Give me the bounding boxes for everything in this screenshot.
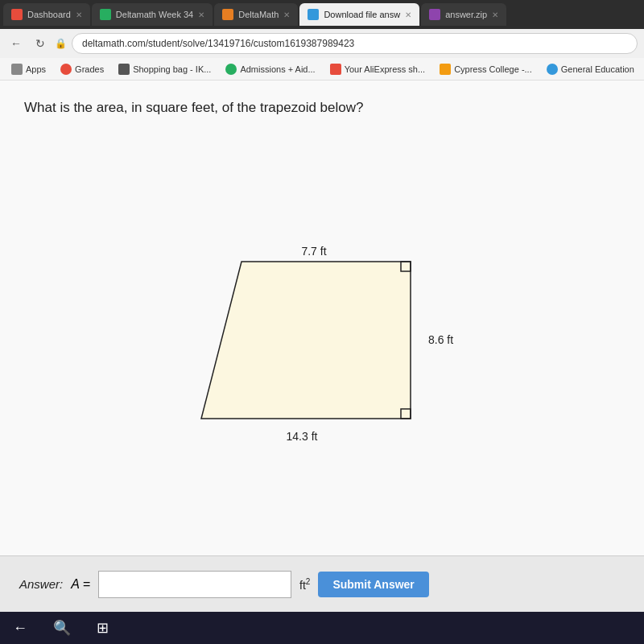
- tab-dashboard-close[interactable]: ✕: [76, 10, 82, 19]
- answer-input[interactable]: [98, 571, 291, 598]
- browser-title-bar: Dashboard ✕ Deltamath Week 34 ✕ DeltaMat…: [0, 0, 644, 29]
- tab-deltamath-week34-close[interactable]: ✕: [198, 10, 204, 19]
- bookmark-cypress-icon: [440, 64, 451, 75]
- trapezoid-svg: 7.7 ft 8.6 ft 14.3 ft: [161, 229, 483, 455]
- tab-deltamath-week34-icon: [100, 9, 111, 20]
- bookmarks-bar: Apps Grades Shopping bag - IK... Admissi…: [0, 58, 644, 80]
- tab-answer-zip-icon: [429, 9, 440, 20]
- bookmark-aliexpress[interactable]: Your AliExpress sh...: [324, 62, 431, 76]
- bookmark-admissions-label: Admissions + Aid...: [240, 64, 315, 74]
- tab-dashboard[interactable]: Dashboard ✕: [3, 3, 90, 26]
- bookmark-general-education-label: General Education: [561, 64, 634, 74]
- bookmark-aliexpress-label: Your AliExpress sh...: [345, 64, 425, 74]
- address-bar-row: ← ↻ 🔒: [0, 29, 644, 58]
- bookmark-grades[interactable]: Grades: [54, 62, 110, 76]
- bookmark-grades-icon: [60, 64, 72, 75]
- svg-text:7.7 ft: 7.7 ft: [301, 245, 326, 258]
- tab-answer-zip-label: answer.zip: [445, 10, 487, 19]
- bookmark-general-education[interactable]: General Education: [540, 62, 641, 76]
- bookmark-shopping-label: Shopping bag - IK...: [133, 64, 211, 74]
- svg-marker-0: [201, 262, 411, 419]
- svg-text:8.6 ft: 8.6 ft: [428, 333, 453, 346]
- bookmark-general-education-icon: [547, 64, 558, 75]
- bookmark-grades-label: Grades: [75, 64, 104, 74]
- answer-bar: Answer: A = ft2 Submit Answer: [0, 555, 644, 612]
- bookmark-apps-label: Apps: [26, 64, 46, 74]
- back-button[interactable]: ←: [6, 34, 26, 53]
- bookmark-admissions-icon: [225, 64, 237, 75]
- bookmark-cypress-label: Cypress College -...: [454, 64, 532, 74]
- tab-download-file-close[interactable]: ✕: [405, 10, 411, 19]
- bookmark-apps-icon: [11, 64, 23, 75]
- taskbar-windows-button[interactable]: ⊞: [90, 616, 115, 640]
- bookmark-apps[interactable]: Apps: [5, 62, 52, 76]
- tab-download-file-label: Download file answ: [324, 10, 400, 19]
- tab-deltamath-week34[interactable]: Deltamath Week 34 ✕: [92, 3, 213, 26]
- tab-deltamath[interactable]: DeltaMath ✕: [214, 3, 298, 26]
- page-content: What is the area, in square feet, of the…: [0, 80, 644, 612]
- tab-answer-zip[interactable]: answer.zip ✕: [421, 3, 506, 26]
- bookmark-aliexpress-icon: [330, 64, 341, 75]
- bookmark-admissions[interactable]: Admissions + Aid...: [219, 62, 321, 76]
- answer-variable: A =: [71, 577, 90, 592]
- answer-prefix: Answer:: [19, 577, 63, 591]
- tab-download-file-icon: [308, 9, 319, 20]
- tab-deltamath-close[interactable]: ✕: [283, 10, 290, 19]
- tab-deltamath-icon: [222, 9, 233, 20]
- tab-deltamath-week34-label: Deltamath Week 34: [116, 10, 193, 19]
- taskbar: ← 🔍 ⊞: [0, 612, 644, 644]
- tab-dashboard-icon: [11, 9, 23, 20]
- tab-download-file[interactable]: Download file answ ✕: [299, 3, 419, 26]
- tab-answer-zip-close[interactable]: ✕: [492, 10, 498, 19]
- unit-label: ft2: [299, 577, 310, 592]
- tab-deltamath-label: DeltaMath: [238, 10, 279, 19]
- taskbar-search-button[interactable]: 🔍: [47, 616, 77, 640]
- taskbar-back-button[interactable]: ←: [6, 617, 34, 640]
- refresh-button[interactable]: ↻: [31, 34, 50, 53]
- svg-text:14.3 ft: 14.3 ft: [287, 430, 318, 443]
- question-text: What is the area, in square feet, of the…: [24, 100, 620, 116]
- bookmark-cypress[interactable]: Cypress College -...: [433, 62, 539, 76]
- trapezoid-container: 7.7 ft 8.6 ft 14.3 ft: [161, 229, 483, 455]
- question-area: What is the area, in square feet, of the…: [0, 80, 644, 129]
- bookmark-shopping[interactable]: Shopping bag - IK...: [112, 62, 217, 76]
- address-input[interactable]: [72, 33, 638, 54]
- submit-answer-button[interactable]: Submit Answer: [318, 572, 428, 597]
- tab-dashboard-label: Dashboard: [27, 10, 71, 19]
- lock-icon: 🔒: [55, 38, 67, 49]
- trapezoid-diagram-area: 7.7 ft 8.6 ft 14.3 ft: [0, 129, 644, 555]
- bookmark-shopping-icon: [118, 64, 130, 75]
